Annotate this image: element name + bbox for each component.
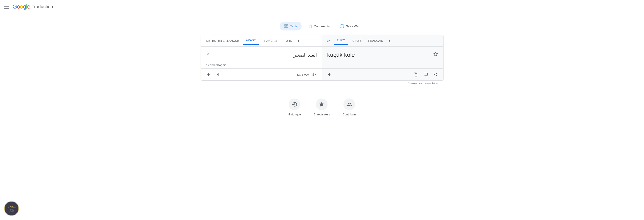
header: Google Traduction (0, 0, 644, 13)
char-count: 12 / 5 000 (296, 73, 309, 76)
speaker-button[interactable] (214, 70, 223, 79)
swap-languages-button[interactable] (324, 37, 332, 44)
hamburger-line-2 (4, 6, 9, 7)
source-text-area: العبد الصغير ✕ (201, 47, 322, 63)
sites-web-icon: 🌐 (340, 24, 344, 28)
lang-btn-detect[interactable]: DÉTECTER LA LANGUE (204, 37, 242, 44)
app-title: Traduction (32, 4, 53, 9)
source-toolbar-left (204, 70, 223, 79)
svg-marker-0 (434, 52, 438, 56)
translator-panel: DÉTECTER LA LANGUE ARABE FRANÇAIS TURC ▾… (201, 35, 444, 81)
hamburger-line-1 (4, 5, 9, 5)
contribuer-icon-circle (344, 99, 355, 110)
font-select-button[interactable]: £ ▾ (310, 72, 318, 77)
enregistrees-icon-circle (316, 99, 328, 110)
source-toolbar-right: 12 / 5 000 £ ▾ (296, 72, 318, 77)
tab-texte[interactable]: 🔤 Texte (280, 22, 302, 30)
source-lang-dropdown[interactable]: ▾ (296, 37, 301, 45)
target-speaker-button[interactable] (326, 70, 334, 79)
target-text-area: küçük köle (322, 47, 443, 68)
logo-circle: DA ARAB DEFENSEFORUM المنتدى العربيللدفا… (4, 201, 19, 216)
source-panel: DÉTECTER LA LANGUE ARABE FRANÇAIS TURC ▾… (201, 35, 322, 80)
chevron-down-icon: ▾ (298, 38, 300, 43)
logo-text: DA ARAB DEFENSEFORUM المنتدى العربيللدفا… (7, 205, 16, 213)
tab-sites-web[interactable]: 🌐 Sites Web (336, 22, 364, 30)
tab-texte-label: Texte (290, 24, 298, 28)
target-panel: TURC ARABE FRANÇAIS ▾ küçük köle (322, 35, 443, 80)
lang-btn-turc-tgt[interactable]: TURC (334, 36, 348, 45)
lang-btn-francais-tgt[interactable]: FRANÇAIS (365, 37, 386, 44)
target-actions (412, 70, 440, 79)
contribuer-label: Contribuer (342, 113, 356, 116)
contribuer-button[interactable]: Contribuer (342, 99, 356, 116)
microphone-button[interactable] (204, 70, 213, 79)
lang-btn-arabe-tgt[interactable]: ARABE (349, 37, 364, 44)
feedback-link[interactable]: Envoyer des commentaires (201, 81, 444, 86)
hamburger-menu-button[interactable] (4, 4, 9, 9)
lang-btn-francais[interactable]: FRANÇAIS (260, 37, 280, 44)
clear-button[interactable]: ✕ (205, 51, 212, 57)
bottom-logo: DA ARAB DEFENSEFORUM المنتدى العربيللدفا… (4, 201, 21, 216)
source-lang-selector: DÉTECTER LA LANGUE ARABE FRANÇAIS TURC ▾ (201, 35, 322, 47)
source-toolbar: 12 / 5 000 £ ▾ (201, 68, 322, 80)
historique-label: Historique (288, 113, 301, 116)
historique-button[interactable]: Historique (288, 99, 301, 116)
target-lang-selector: TURC ARABE FRANÇAIS ▾ (322, 35, 443, 47)
target-lang-dropdown[interactable]: ▾ (387, 37, 392, 45)
transliteration: aleabd alsaghir (201, 63, 322, 68)
enregistrees-label: Enregistrées (314, 113, 330, 116)
enregistrees-button[interactable]: Enregistrées (314, 99, 330, 116)
main-content: 🔤 Texte 📄 Documents 🌐 Sites Web DÉTECTER… (0, 13, 644, 116)
lang-btn-arabe[interactable]: ARABE (243, 36, 259, 45)
source-text[interactable]: العبد الصغير (206, 52, 317, 58)
documents-icon: 📄 (308, 24, 312, 28)
historique-icon-circle (288, 99, 300, 110)
tab-documents[interactable]: 📄 Documents (303, 22, 334, 30)
copy-button[interactable] (412, 70, 420, 79)
tab-documents-label: Documents (314, 24, 330, 28)
tab-bar: 🔤 Texte 📄 Documents 🌐 Sites Web (280, 22, 364, 30)
hamburger-line-3 (4, 8, 9, 8)
svg-marker-1 (320, 102, 324, 107)
texte-icon: 🔤 (284, 24, 288, 28)
logo-area: Google Traduction (12, 3, 53, 10)
tab-sites-web-label: Sites Web (346, 24, 360, 28)
chevron-down-icon-tgt: ▾ (388, 38, 390, 43)
share-button[interactable] (432, 70, 440, 79)
target-toolbar (322, 68, 443, 80)
translation-text: küçük köle (322, 47, 443, 63)
lang-btn-turc-src[interactable]: TURC (281, 37, 295, 44)
font-label: £ (312, 73, 314, 76)
feedback-translation-button[interactable] (422, 70, 430, 79)
font-dropdown-icon: ▾ (315, 73, 316, 76)
save-translation-button[interactable] (432, 50, 440, 58)
bottom-section: Historique Enregistrées Contribuer (288, 99, 356, 116)
google-logo: Google (12, 3, 30, 10)
